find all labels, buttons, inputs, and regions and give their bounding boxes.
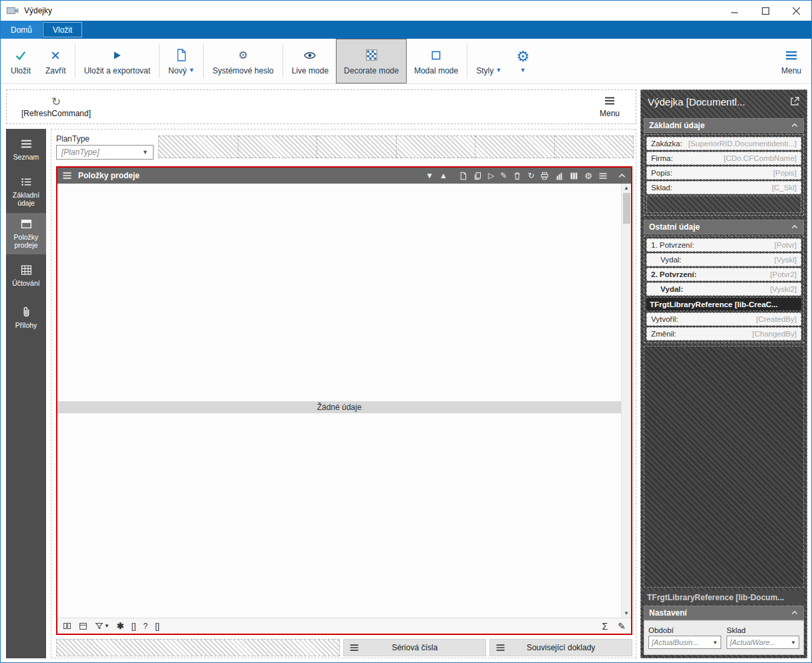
field-zakazka[interactable]: Zakázka:[SuperiorRID.Documentidenti...] xyxy=(646,137,801,150)
gear-icon: ⚙ xyxy=(516,49,530,65)
toolbar-menu-button[interactable]: Menu xyxy=(774,39,809,83)
pages-icon[interactable] xyxy=(63,622,71,630)
save-button[interactable]: Uložit xyxy=(3,39,38,83)
run-icon[interactable]: ▷ xyxy=(488,172,494,180)
help-icon[interactable]: ? xyxy=(144,622,148,630)
sidebar-item-zakladni-udaje[interactable]: Základní údaje xyxy=(6,171,46,212)
checkered-icon xyxy=(366,47,377,63)
data-grid: Žádné údaje ▲ ▼ xyxy=(57,184,631,618)
gear-icon[interactable]: ⚙ xyxy=(584,172,592,180)
period-combobox[interactable]: [ActualBusin... ▼ xyxy=(648,636,721,649)
field-vydal-1[interactable]: Vydal:[Vyskl] xyxy=(646,253,801,266)
sum-sigma-icon[interactable]: Σ xyxy=(602,621,608,632)
decorate-mode-button[interactable]: Decorate mode xyxy=(336,39,407,83)
brackets-icon[interactable]: [] xyxy=(132,622,136,630)
system-password-button[interactable]: ⚙ Systémové heslo xyxy=(205,39,280,83)
empty-designer-region xyxy=(644,346,804,588)
new-button[interactable]: Nový▼ xyxy=(161,39,202,83)
panel-title: Položky prodeje xyxy=(78,171,140,180)
menu-icon[interactable] xyxy=(62,172,72,180)
app-window: Výdejky Domů Vložit Uložit Zavřít Uložit… xyxy=(0,0,812,663)
tab-home[interactable]: Domů xyxy=(1,21,42,39)
scroll-down-icon[interactable]: ▼ xyxy=(624,610,629,616)
wildcard-icon[interactable]: ✱ xyxy=(117,622,124,630)
card-view-icon[interactable] xyxy=(79,622,87,630)
maximize-button[interactable] xyxy=(750,1,781,21)
refresh-icon[interactable]: ↻ xyxy=(528,172,534,180)
print-icon[interactable] xyxy=(540,172,549,180)
external-link-icon[interactable] xyxy=(789,96,800,107)
filter-icon xyxy=(95,622,104,630)
scrollbar-thumb[interactable] xyxy=(623,193,630,224)
sidebar-item-seznam[interactable]: Seznam xyxy=(6,129,46,170)
new-row-icon[interactable] xyxy=(459,172,467,180)
chevron-down-icon: ▼ xyxy=(495,67,501,73)
eye-icon xyxy=(303,47,317,63)
collapse-chevron-icon[interactable] xyxy=(618,172,626,180)
refresh-command-button[interactable]: ↻ [RefreshCommand] xyxy=(13,95,99,120)
brackets-icon[interactable]: [] xyxy=(155,622,160,630)
serial-numbers-panel-button[interactable]: Sériová čísla xyxy=(343,639,486,656)
delete-trash-icon[interactable] xyxy=(513,172,522,180)
section-header-other[interactable]: Ostatní údaje xyxy=(644,220,804,234)
menu-icon[interactable] xyxy=(598,172,608,180)
tab-insert[interactable]: Vložit xyxy=(43,22,82,37)
chevron-up-icon[interactable]: ▲ xyxy=(439,172,447,180)
toolbar-separator xyxy=(159,44,160,78)
filter-button[interactable]: ▼ xyxy=(95,622,110,630)
menu-icon xyxy=(495,644,505,652)
sidebar-item-polozky-prodeje[interactable]: Položky prodeje xyxy=(6,213,46,254)
grid-footer-toolbar: ▼ ✱ [] ? [] Σ ✎ xyxy=(57,618,631,634)
scroll-up-icon[interactable]: ▲ xyxy=(624,185,629,191)
live-mode-button[interactable]: Live mode xyxy=(284,39,336,83)
field-firma[interactable]: Firma:[CDo.CFCombName] xyxy=(646,152,801,165)
library-reference-label: TFrgtLibraryReference [lib-Docum... xyxy=(644,591,804,604)
edit-pencil-icon[interactable]: ✎ xyxy=(500,172,507,180)
inspector-header: Výdejka [Documentl... xyxy=(644,90,804,113)
menu-icon xyxy=(604,96,616,107)
chevron-down-icon[interactable]: ▼ xyxy=(425,172,433,180)
collapse-chevron-icon xyxy=(791,122,799,130)
sidebar-item-uctovani[interactable]: Účtování xyxy=(6,255,46,296)
copy-icon[interactable] xyxy=(473,172,482,180)
decorate-placeholder-strip xyxy=(158,136,634,158)
section-header-settings[interactable]: Nastavení xyxy=(644,606,804,620)
square-icon xyxy=(431,47,441,63)
field-potvrzeni-2[interactable]: 2. Potvrzení:[Potvr2] xyxy=(646,268,801,281)
section-header-basic[interactable]: Základní údaje xyxy=(644,118,804,133)
form-menu-button[interactable]: Menu xyxy=(592,95,628,120)
columns-icon[interactable] xyxy=(570,172,578,180)
window-title: Výdejky xyxy=(24,6,52,15)
field-sklad[interactable]: Sklad:[C_Skl] xyxy=(646,181,801,194)
refresh-icon: ↻ xyxy=(51,96,61,107)
plantype-combobox[interactable]: [PlanType] ▼ xyxy=(56,145,154,160)
field-vytvoril[interactable]: Vytvořil:[CreatedBy] xyxy=(646,312,801,326)
field-zmenil[interactable]: Změnil:[ChangedBy] xyxy=(646,327,801,341)
menu-icon xyxy=(21,138,32,150)
panel-icon xyxy=(21,218,32,230)
document-icon xyxy=(176,47,187,63)
toolbar: Uložit Zavřít Uložit a exportovat Nový▼ … xyxy=(1,39,811,84)
related-documents-panel-button[interactable]: Související doklady xyxy=(489,639,632,656)
collapse-chevron-icon xyxy=(791,223,799,231)
field-potvrzeni-1[interactable]: 1. Potvrzení:[Potvr] xyxy=(646,238,801,252)
close-document-button[interactable]: Zavřít xyxy=(38,39,73,83)
modal-mode-button[interactable]: Modal mode xyxy=(407,39,465,83)
vertical-scrollbar[interactable]: ▲ ▼ xyxy=(621,184,631,618)
chevron-down-icon: ▼ xyxy=(713,640,718,646)
field-popis[interactable]: Popis:[Popis] xyxy=(646,166,801,180)
settings-gear-button[interactable]: ⚙ ▼ xyxy=(509,39,537,83)
chart-icon[interactable] xyxy=(555,172,564,180)
list-icon xyxy=(21,176,32,188)
field-vydal-2[interactable]: Vydal:[Vyskl2] xyxy=(646,282,801,296)
document-inspector: Výdejka [Documentl... Základní údaje Zak… xyxy=(640,89,807,658)
minimize-button[interactable] xyxy=(719,1,750,21)
warehouse-combobox[interactable]: [ActualWare... ▼ xyxy=(727,636,799,649)
close-button[interactable] xyxy=(781,1,811,21)
library-reference-bar[interactable]: TFrgtLibraryReference [lib-CreaC... xyxy=(646,297,801,311)
edit-pencil-icon[interactable]: ✎ xyxy=(618,622,626,631)
sidebar-item-prilohy[interactable]: Přílohy xyxy=(6,297,46,339)
save-export-button[interactable]: Uložit a exportovat xyxy=(77,39,158,83)
toolbar-separator xyxy=(282,44,283,78)
styles-button[interactable]: Styly▼ xyxy=(469,39,509,83)
